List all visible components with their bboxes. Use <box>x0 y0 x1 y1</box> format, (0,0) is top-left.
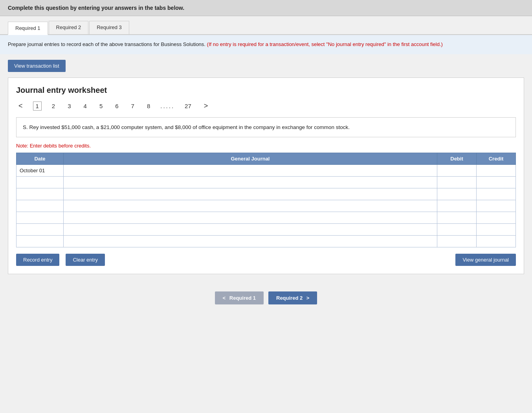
journal-cell-1[interactable] <box>64 177 437 188</box>
tab-required-2[interactable]: Required 2 <box>49 21 89 34</box>
journal-table: Date General Journal Debit Credit Octobe… <box>16 153 516 247</box>
journal-cell-3[interactable] <box>64 200 437 212</box>
journal-input-4[interactable] <box>64 212 437 223</box>
debit-input-4[interactable] <box>437 212 476 223</box>
credit-cell-1[interactable] <box>477 177 516 188</box>
debit-input-0[interactable] <box>437 165 476 176</box>
table-row <box>17 188 516 200</box>
journal-input-0[interactable] <box>64 165 437 176</box>
note-text: Note: Enter debits before credits. <box>16 143 516 149</box>
credit-input-0[interactable] <box>477 165 515 176</box>
tab-required-1[interactable]: Required 1 <box>8 22 48 35</box>
prev-label: Required 1 <box>229 295 256 301</box>
credit-input-4[interactable] <box>477 212 515 223</box>
journal-input-3[interactable] <box>64 200 437 212</box>
credit-cell-4[interactable] <box>477 212 516 224</box>
credit-input-3[interactable] <box>477 200 515 212</box>
table-row <box>17 224 516 236</box>
main-instruction: Prepare journal entries to record each o… <box>8 41 205 47</box>
tab-required-3[interactable]: Required 3 <box>89 21 129 34</box>
credit-cell-6[interactable] <box>477 236 516 247</box>
worksheet-title: Journal entry worksheet <box>16 86 516 95</box>
debit-cell-6[interactable] <box>437 236 477 247</box>
debit-input-2[interactable] <box>437 188 476 200</box>
header-bar: Complete this question by entering your … <box>0 0 532 16</box>
date-cell-2 <box>17 188 64 200</box>
journal-cell-4[interactable] <box>64 212 437 224</box>
journal-input-6[interactable] <box>64 236 437 247</box>
credit-input-5[interactable] <box>477 224 515 235</box>
table-row <box>17 200 516 212</box>
debit-input-6[interactable] <box>437 236 476 247</box>
prev-required-button[interactable]: < Required 1 <box>215 291 264 304</box>
debit-cell-0[interactable] <box>437 165 477 177</box>
journal-cell-6[interactable] <box>64 236 437 247</box>
table-row: October 01 <box>17 165 516 177</box>
date-cell-5 <box>17 224 64 236</box>
debit-cell-1[interactable] <box>437 177 477 188</box>
date-cell-3 <box>17 200 64 212</box>
tabs-row: Required 1 Required 2 Required 3 <box>0 16 532 35</box>
page-8[interactable]: 8 <box>145 102 152 110</box>
debit-cell-3[interactable] <box>437 200 477 212</box>
table-row <box>17 236 516 247</box>
page-1[interactable]: 1 <box>33 101 42 111</box>
next-label: Required 2 <box>276 295 303 301</box>
debit-cell-2[interactable] <box>437 188 477 200</box>
next-required-button[interactable]: Required 2 > <box>268 291 317 304</box>
view-transaction-button[interactable]: View transaction list <box>8 60 66 72</box>
journal-cell-5[interactable] <box>64 224 437 236</box>
journal-cell-0[interactable] <box>64 165 437 177</box>
credit-input-6[interactable] <box>477 236 515 247</box>
journal-input-2[interactable] <box>64 188 437 200</box>
col-header-journal: General Journal <box>64 153 437 165</box>
journal-input-5[interactable] <box>64 224 437 235</box>
conditional-instruction: (If no entry is required for a transacti… <box>207 41 443 47</box>
credit-input-1[interactable] <box>477 177 515 188</box>
credit-cell-0[interactable] <box>477 165 516 177</box>
next-page-button[interactable]: > <box>202 101 211 111</box>
page-7[interactable]: 7 <box>129 102 137 110</box>
prev-arrow: < <box>223 295 226 301</box>
debit-cell-5[interactable] <box>437 224 477 236</box>
col-header-debit: Debit <box>437 153 477 165</box>
journal-cell-2[interactable] <box>64 188 437 200</box>
date-cell-4 <box>17 212 64 224</box>
credit-cell-3[interactable] <box>477 200 516 212</box>
debit-input-3[interactable] <box>437 200 476 212</box>
page-2[interactable]: 2 <box>50 102 57 110</box>
table-row <box>17 212 516 224</box>
pagination-row: < 1 2 3 4 5 6 7 8 ..... 27 > <box>16 101 516 111</box>
transaction-description: S. Rey invested $51,000 cash, a $21,000 … <box>16 117 516 138</box>
action-buttons: Record entry Clear entry View general jo… <box>16 254 516 266</box>
view-transaction-section: View transaction list <box>8 60 524 72</box>
debit-input-1[interactable] <box>437 177 476 188</box>
header-instruction: Complete this question by entering your … <box>8 5 524 11</box>
date-cell-1 <box>17 177 64 188</box>
credit-cell-2[interactable] <box>477 188 516 200</box>
view-general-journal-button[interactable]: View general journal <box>455 254 516 266</box>
page-27[interactable]: 27 <box>182 102 194 110</box>
instructions-bar: Prepare journal entries to record each o… <box>0 35 532 54</box>
page-5[interactable]: 5 <box>97 102 105 110</box>
worksheet-container: Journal entry worksheet < 1 2 3 4 5 6 7 … <box>8 77 524 275</box>
credit-cell-5[interactable] <box>477 224 516 236</box>
page-6[interactable]: 6 <box>113 102 121 110</box>
page-3[interactable]: 3 <box>65 102 73 110</box>
debit-input-5[interactable] <box>437 224 476 235</box>
col-header-credit: Credit <box>477 153 516 165</box>
page-dots: ..... <box>160 103 174 109</box>
date-cell-0: October 01 <box>17 165 64 177</box>
debit-cell-4[interactable] <box>437 212 477 224</box>
prev-page-button[interactable]: < <box>16 101 25 111</box>
next-arrow: > <box>306 295 310 301</box>
page-4[interactable]: 4 <box>81 102 89 110</box>
table-row <box>17 177 516 188</box>
clear-entry-button[interactable]: Clear entry <box>66 254 105 266</box>
journal-input-1[interactable] <box>64 177 437 188</box>
date-cell-6 <box>17 236 64 247</box>
credit-input-2[interactable] <box>477 188 515 200</box>
bottom-nav: < Required 1 Required 2 > <box>0 282 532 312</box>
record-entry-button[interactable]: Record entry <box>16 254 59 266</box>
col-header-date: Date <box>17 153 64 165</box>
